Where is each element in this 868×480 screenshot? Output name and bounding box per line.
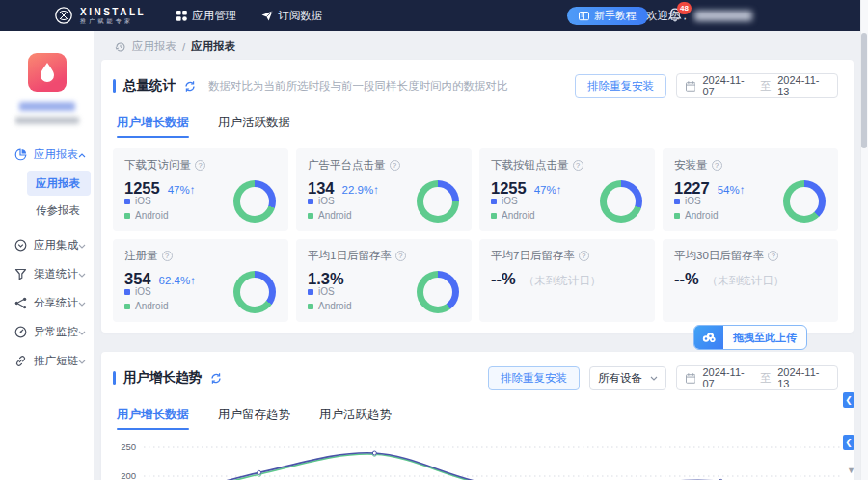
tab-0[interactable]: 用户增长数据 <box>117 115 189 138</box>
nav-label: 订阅数据 <box>278 9 322 23</box>
date-separator: 至 <box>760 79 771 93</box>
welcome-area: 欢迎您， <box>646 0 752 31</box>
legend-item: iOS <box>124 284 168 299</box>
sidebar-item-2[interactable]: 渠道统计 <box>0 259 94 288</box>
legend-item: Android <box>124 299 168 313</box>
donut-chart <box>417 180 459 223</box>
trend-tabs: 用户增长数据用户留存趋势用户活跃趋势 <box>101 407 854 430</box>
stat-card: 安装量 ? 1227 54%↑ iOSAndroid <box>663 148 838 231</box>
info-icon[interactable]: ? <box>395 251 406 261</box>
water-drop-icon <box>39 62 56 83</box>
stat-cards-grid: 下载页访问量 ? 1255 47%↑ iOSAndroid 广告平台点击量 ? … <box>113 148 838 322</box>
channel-icon <box>14 267 28 280</box>
refresh-icon[interactable] <box>209 372 223 385</box>
title-accent-bar <box>113 371 116 385</box>
tab-1[interactable]: 用户留存趋势 <box>218 407 290 430</box>
legend-item: iOS <box>124 194 168 208</box>
chevron-down-icon <box>650 376 658 381</box>
sidebar-menu: 应用报表应用报表传参报表应用集成渠道统计分享统计异常监控推广短链 <box>0 140 94 375</box>
info-icon[interactable]: ? <box>390 160 400 171</box>
summary-date-range-picker[interactable]: 2024-11-07 至 2024-11-13 <box>676 73 838 98</box>
tab-1[interactable]: 用户活跃数据 <box>218 115 290 138</box>
legend-item: iOS <box>308 194 351 208</box>
sidebar-item-0[interactable]: 应用报表 <box>0 140 94 169</box>
sidebar-subitem-0[interactable]: 应用报表 <box>27 171 91 196</box>
refresh-icon[interactable] <box>183 80 197 93</box>
paper-plane-icon <box>261 11 273 21</box>
legend-item: Android <box>491 208 534 223</box>
sidebar-subitem-1[interactable]: 传参报表 <box>27 198 91 223</box>
collapse-panel-button[interactable]: ❮ <box>843 435 854 450</box>
sidebar-item-3[interactable]: 分享统计 <box>0 288 94 317</box>
chevron-down-icon <box>78 297 86 308</box>
drag-upload-widget[interactable]: 拖拽至此上传 <box>693 325 807 350</box>
sidebar-item-4[interactable]: 异常监控 <box>0 317 94 346</box>
stat-delta: 47%↑ <box>168 184 196 196</box>
donut-chart <box>233 271 276 313</box>
svg-text:200: 200 <box>121 470 136 480</box>
info-icon[interactable]: ? <box>162 251 173 261</box>
sidebar-item-1[interactable]: 应用集成 <box>0 230 94 259</box>
sidebar-item-label: 异常监控 <box>34 325 78 339</box>
exclude-duplicate-install-button[interactable]: 排除重复安装 <box>488 366 580 390</box>
stat-card-title: 平均1日后留存率 <box>308 249 392 263</box>
collapse-panel-button[interactable]: ❮ <box>843 392 854 408</box>
device-select-value: 所有设备 <box>598 371 642 386</box>
sidebar: 应用报表应用报表传参报表应用集成渠道统计分享统计异常监控推广短链 <box>0 31 94 480</box>
platform-legend: iOSAndroid <box>308 194 351 223</box>
brand-logo[interactable]: XINSTALL 推广赋能专家 <box>54 6 146 25</box>
trend-date-range-picker[interactable]: 2024-11-07 至 2024-11-13 <box>676 365 838 390</box>
calendar-icon <box>686 373 695 384</box>
sidebar-item-label: 应用集成 <box>34 238 78 253</box>
sidebar-item-label: 渠道统计 <box>34 267 78 281</box>
info-icon[interactable]: ? <box>195 160 205 171</box>
date-start: 2024-11-07 <box>702 74 753 97</box>
chevron-down-icon <box>78 355 86 366</box>
info-icon[interactable]: ? <box>573 160 583 171</box>
nav-subscribe-data[interactable]: 订阅数据 <box>261 9 322 23</box>
info-icon[interactable]: ? <box>768 251 778 261</box>
link-icon <box>14 354 28 367</box>
stat-card-title: 注册量 <box>124 249 158 263</box>
info-icon[interactable]: ? <box>579 251 589 261</box>
app-avatar[interactable] <box>28 53 67 92</box>
stat-delta: 47%↑ <box>534 184 562 196</box>
nav-app-management[interactable]: 应用管理 <box>176 9 236 23</box>
top-navbar: XINSTALL 推广赋能专家 应用管理 订阅数据 新手教程 <box>0 0 868 31</box>
tab-2[interactable]: 用户活跃趋势 <box>319 407 392 430</box>
exclude-duplicate-install-button[interactable]: 排除重复安装 <box>575 74 666 98</box>
history-icon <box>115 41 126 53</box>
calendar-icon <box>686 81 695 92</box>
donut-chart <box>233 180 276 223</box>
chevron-up-icon <box>78 148 86 160</box>
tutorial-button[interactable]: 新手教程 <box>567 7 648 25</box>
username-redacted[interactable] <box>694 11 752 21</box>
scrollbar-thumb[interactable] <box>861 33 867 148</box>
sidebar-item-label: 应用报表 <box>34 147 78 162</box>
tutorial-label: 新手教程 <box>594 9 637 23</box>
growth-line-chart: 250200 <box>111 436 846 480</box>
device-select[interactable]: 所有设备 <box>589 366 666 390</box>
upload-label: 拖拽至此上传 <box>723 331 806 345</box>
chevron-down-icon <box>78 239 86 251</box>
donut-chart <box>417 271 459 313</box>
date-start: 2024-11-07 <box>702 366 753 389</box>
stat-card: 平均7日后留存率 ? --% （未到统计日） <box>479 239 655 322</box>
summary-panel: 总量统计 数据对比为当前所选时段与前一段同样长度时间内的数据对比 排除重复安装 <box>101 60 854 333</box>
stat-note: （未到统计日） <box>707 274 785 288</box>
breadcrumb-parent[interactable]: 应用报表 <box>132 40 176 54</box>
sidebar-item-5[interactable]: 推广短链 <box>0 346 94 375</box>
sidebar-item-label: 分享统计 <box>34 296 78 310</box>
stat-value: --% <box>491 270 516 288</box>
stat-value: --% <box>674 270 699 288</box>
breadcrumb-current: 应用报表 <box>191 40 235 54</box>
date-end: 2024-11-13 <box>777 366 828 389</box>
chevron-down-icon <box>78 326 86 337</box>
summary-title: 总量统计 <box>123 77 176 94</box>
stat-card-title: 平均30日后留存率 <box>674 249 764 263</box>
legend-item: Android <box>674 208 718 223</box>
info-icon[interactable]: ? <box>712 160 722 171</box>
page-scrollbar[interactable] <box>860 0 868 480</box>
pie-icon <box>14 147 28 161</box>
tab-0[interactable]: 用户增长数据 <box>117 407 189 430</box>
